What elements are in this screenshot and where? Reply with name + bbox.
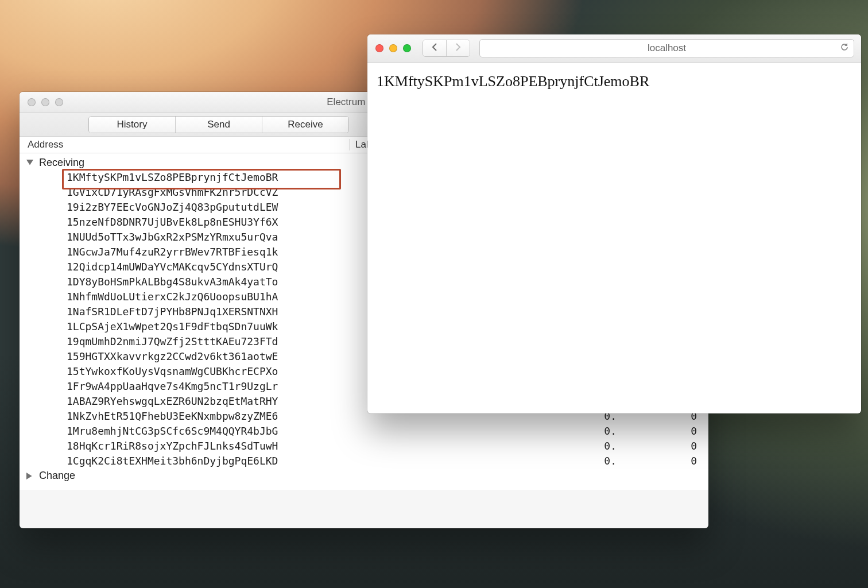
safari-page-content: 1KMftySKPm1vLSZo8PEBprynjfCtJemoBR [367,63,861,100]
chevron-left-icon [431,43,438,53]
column-header-address[interactable]: Address [20,139,349,150]
page-text[interactable]: 1KMftySKPm1vLSZo8PEBprynjfCtJemoBR [377,73,649,90]
zoom-dot[interactable] [403,44,411,52]
address-cell: 1NUUd5oTTx3wJbGxR2xPSMzYRmxu5urQva [67,230,354,245]
address-row[interactable]: 1CgqK2Ci8tEXHMeit3bh6nDyjbgPqE6LKD0.0 [20,454,708,469]
safari-titlebar[interactable]: localhost [367,34,861,63]
tx-cell: 0 [640,424,708,439]
url-display-text: localhost [648,42,686,54]
group-receiving-label: Receiving [39,157,84,169]
balance-cell: 0. [354,424,640,439]
address-row[interactable]: 18HqKcr1RiR8sojxYZpchFJLnks4SdTuwH0.0 [20,439,708,454]
address-cell: 15nzeNfD8DNR7UjUBvEk8Lp8nESHU3Yf6X [67,215,354,230]
svg-marker-0 [26,160,33,165]
address-cell: 1Fr9wA4ppUaaHqve7s4Kmg5ncT1r9UzgLr [67,379,354,394]
back-button[interactable] [423,40,446,56]
minimize-dot[interactable] [41,98,49,106]
address-cell: 1KMftySKPm1vLSZo8PEBprynjfCtJemoBR [67,170,354,185]
disclosure-triangle-closed-icon[interactable] [25,471,34,481]
address-cell: 18HqKcr1RiR8sojxYZpchFJLnks4SdTuwH [67,439,354,454]
group-change-label: Change [39,470,75,482]
close-dot[interactable] [375,44,383,52]
balance-cell: 0. [354,454,640,469]
address-cell: 19qmUmhD2nmiJ7QwZfj2StttKAEu723FTd [67,334,354,349]
address-cell: 1CgqK2Ci8tEXHMeit3bh6nDyjbgPqE6LKD [67,454,354,469]
address-cell: 1NGcwJa7Muf4zuR2yrrBWev7RTBFiesq1k [67,245,354,260]
zoom-dot[interactable] [55,98,63,106]
window-controls-inactive [20,98,63,106]
minimize-dot[interactable] [389,44,397,52]
svg-marker-1 [26,473,32,479]
tab-history[interactable]: History [89,117,175,133]
address-row[interactable]: 1Mru8emhjNtCG3pSCfc6Sc9M4QQYR4bJbG0.0 [20,424,708,439]
address-cell: 1NhfmWdUoLUtierxC2kJzQ6UoopsuBU1hA [67,289,354,304]
tab-segment: History Send Receive [88,116,349,133]
tab-send[interactable]: Send [175,117,262,133]
address-cell: 1DY8yBoHSmPkALBbg4S8ukvA3mAk4yatTo [67,274,354,289]
address-cell: 19i2zBY7EEcVoGNJoZj4Q83pGpututdLEW [67,200,354,215]
address-cell: 1LCpSAjeX1wWpet2Qs1F9dFtbqSDn7uuWk [67,319,354,334]
address-cell: 1NafSR1DLeFtD7jPYHb8PNJq1XERSNTNXH [67,304,354,319]
address-cell: 1Mru8emhjNtCG3pSCfc6Sc9M4QQYR4bJbG [67,424,354,439]
disclosure-triangle-open-icon[interactable] [25,158,34,168]
chevron-right-icon [455,43,462,53]
address-cell: 1GVixCD71yRAsgFxMGsVhmFK2nr5rDCcVZ [67,185,354,200]
address-cell: 12Qidcp14mUWDaYVcMAKcqv5CYdnsXTUrQ [67,260,354,274]
group-change[interactable]: Change [20,469,708,483]
safari-window: localhost 1KMftySKPm1vLSZo8PEBprynjfCtJe… [367,34,861,413]
balance-cell: 0. [354,439,640,454]
nav-buttons [423,40,470,57]
address-cell: 15tYwkoxfKoUysVqsnamWgCUBKhcrECPXo [67,364,354,379]
tx-cell: 0 [640,454,708,469]
url-field[interactable]: localhost [479,39,854,57]
window-controls [367,44,411,52]
address-cell: 1ABAZ9RYehswgqLxEZR6UN2bzqEtMatRHY [67,394,354,409]
tx-cell: 0 [640,439,708,454]
tab-receive[interactable]: Receive [262,117,348,133]
forward-button[interactable] [446,40,470,56]
address-cell: 1NkZvhEtR51QFhebU3EeKNxmbpw8zyZME6 [67,409,354,424]
address-cell: 159HGTXXkavvrkgz2CCwd2v6kt361aotwE [67,349,354,364]
reload-icon[interactable] [840,42,849,55]
close-dot[interactable] [28,98,36,106]
